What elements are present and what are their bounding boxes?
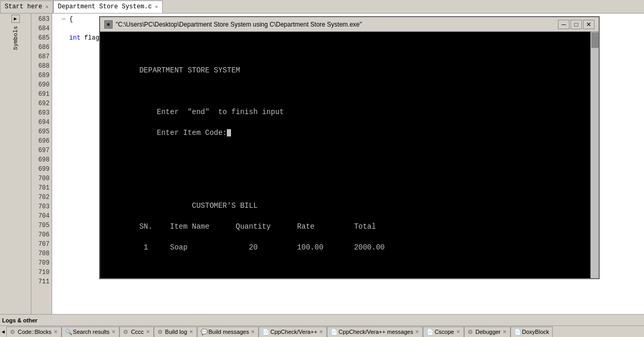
terminal-minimize-button[interactable]: ─ [558, 20, 569, 29]
bottom-tab-codeblocks[interactable]: ⚙ Code::Blocks ✕ [6, 327, 62, 337]
bottom-tab-build-log-label: Build log [165, 329, 187, 335]
bottom-tab-cccc[interactable]: ⚙ Cccc ✕ [119, 327, 153, 337]
terminal-line-15 [104, 232, 588, 242]
bottom-tab-debugger-close[interactable]: ✕ [503, 329, 507, 334]
terminal-title-text: "C:\Users\PC\Desktop\Department Store Sy… [116, 21, 558, 28]
terminal-line-row1: 1 Soap 20 100.00 2000.00 [104, 242, 588, 253]
bottom-tab-build-messages[interactable]: 💬 Build messages ✕ [197, 327, 259, 337]
bottom-tab-cscope-close[interactable]: ✕ [456, 329, 460, 334]
terminal-line-3 [104, 55, 588, 65]
main-area: ▶ Symbols 683 684 685 686 687 688 689 69… [0, 14, 644, 314]
bottom-tab-search-results-close[interactable]: ✕ [112, 329, 116, 334]
terminal-line-bill-title: CUSTOMER'S BILL [104, 201, 588, 211]
log-header: Logs & other [0, 314, 644, 326]
tab-start-here-label: Start here [5, 3, 42, 10]
terminal-line-enter-end: Enter "end" to finish input [104, 107, 588, 117]
terminal-line-12 [104, 180, 588, 190]
terminal-close-button[interactable]: ✕ [583, 20, 594, 29]
bottom-tab-doxyblock-label: DoxyBlock [522, 329, 549, 335]
terminal-line-8 [104, 138, 588, 148]
terminal-line-5 [104, 86, 588, 96]
bottom-tab-cppcheck-label: CppCheck/Vera++ [270, 329, 317, 335]
terminal-line-headers: SN. Item Name Quantity Rate Total [104, 221, 588, 232]
terminal-line-9 [104, 148, 588, 159]
terminal-line-11 [104, 169, 588, 180]
terminal-titlebar: ▣ "C:\Users\PC\Desktop\Department Store … [100, 17, 599, 32]
bottom-tab-cccc-label: Cccc [131, 329, 143, 335]
bottom-tab-build-log[interactable]: ⚙ Build log ✕ [154, 327, 197, 337]
terminal-line-6 [104, 96, 588, 107]
terminal-title-icon: ▣ [104, 20, 113, 29]
bottom-tab-doxyblock[interactable]: 📄 DoxyBlock [511, 327, 553, 337]
bottom-tab-debugger[interactable]: ⚙ Debugger ✕ [464, 327, 511, 337]
symbols-label: Symbols [13, 26, 19, 50]
search-results-icon: 🔍 [65, 329, 71, 335]
bottom-tab-cscope[interactable]: 📄 Cscope ✕ [423, 327, 464, 337]
codeblocks-icon: ⚙ [10, 329, 16, 335]
terminal-body[interactable]: DEPARTMENT STORE SYSTEM Enter "end" to f… [100, 32, 599, 278]
terminal-icon-symbol: ▣ [107, 22, 110, 27]
terminal-line-7 [104, 117, 588, 128]
bottom-tab-cccc-close[interactable]: ✕ [146, 329, 150, 334]
bottom-tab-build-messages-label: Build messages [209, 329, 249, 335]
cppcheck-icon: 📄 [262, 329, 269, 335]
symbols-arrow[interactable]: ▶ [11, 15, 20, 23]
bottom-tab-cppcheck-msgs-close[interactable]: ✕ [415, 329, 419, 334]
bottom-tab-cscope-label: Cscope [434, 329, 454, 335]
terminal-line-10 [104, 159, 588, 169]
log-header-title: Logs & other [2, 317, 38, 323]
terminal-maximize-button[interactable]: □ [570, 20, 582, 29]
bottom-tab-search-results-label: Search results [73, 329, 110, 335]
cccc-icon: ⚙ [123, 329, 129, 335]
tab-start-here-close[interactable]: ✕ [45, 4, 48, 10]
build-log-icon: ⚙ [157, 329, 164, 335]
bottom-tab-codeblocks-close[interactable]: ✕ [54, 329, 58, 334]
terminal-line-14 [104, 211, 588, 221]
editor-area: 683 684 685 686 687 688 689 690 691 692 … [31, 14, 644, 314]
doxyblock-icon: 📄 [514, 329, 520, 335]
terminal-line-13 [104, 190, 588, 201]
bottom-tab-cppcheck-msgs-label: CppCheck/Vera++ messages [338, 329, 413, 335]
cppcheck-msgs-icon: 📄 [331, 329, 337, 335]
line-numbers: 683 684 685 686 687 688 689 690 691 692 … [31, 14, 52, 314]
bottom-tab-build-messages-close[interactable]: ✕ [251, 329, 255, 334]
tab-department-store-label: Department Store System.c [58, 3, 152, 10]
bottom-tabs-bar: ◀ ⚙ Code::Blocks ✕ 🔍 Search results ✕ ⚙ … [0, 326, 644, 337]
bottom-tab-cppcheck[interactable]: 📄 CppCheck/Vera++ ✕ [259, 327, 327, 337]
bottom-tab-codeblocks-label: Code::Blocks [18, 329, 52, 335]
terminal-window[interactable]: ▣ "C:\Users\PC\Desktop\Department Store … [99, 16, 600, 279]
bottom-tab-build-log-close[interactable]: ✕ [189, 329, 193, 334]
cscope-icon: 📄 [427, 329, 433, 335]
bottom-tab-cppcheck-close[interactable]: ✕ [319, 329, 323, 334]
bottom-tab-search-results[interactable]: 🔍 Search results ✕ [62, 327, 119, 337]
tab-department-store-close[interactable]: ✕ [155, 4, 158, 10]
terminal-overlay: ▣ "C:\Users\PC\Desktop\Department Store … [31, 14, 644, 314]
top-tab-bar: Start here ✕ Department Store System.c ✕ [0, 0, 644, 14]
code-container: 683 684 685 686 687 688 689 690 691 692 … [31, 14, 644, 314]
terminal-line-title: DEPARTMENT STORE SYSTEM [104, 65, 588, 76]
bottom-tab-debugger-label: Debugger [476, 329, 501, 335]
terminal-line-2 [104, 44, 588, 55]
build-messages-icon: 💬 [201, 329, 207, 335]
symbols-panel: ▶ Symbols [0, 14, 31, 314]
terminal-line-4 [104, 76, 588, 86]
terminal-controls: ─ □ ✕ [558, 20, 594, 29]
terminal-scrollbar[interactable] [590, 32, 599, 278]
terminal-line-item-code: Enter Item Code: [104, 128, 588, 138]
bottom-tabs-left-arrow[interactable]: ◀ [0, 327, 6, 337]
terminal-cursor [227, 129, 231, 136]
bottom-tab-cppcheck-msgs[interactable]: 📄 CppCheck/Vera++ messages ✕ [327, 327, 423, 337]
tab-department-store[interactable]: Department Store System.c ✕ [53, 1, 163, 13]
debugger-icon: ⚙ [468, 329, 474, 335]
terminal-line-1 [104, 34, 588, 44]
terminal-scrollbar-thumb[interactable] [591, 32, 599, 48]
tab-start-here[interactable]: Start here ✕ [0, 1, 53, 13]
